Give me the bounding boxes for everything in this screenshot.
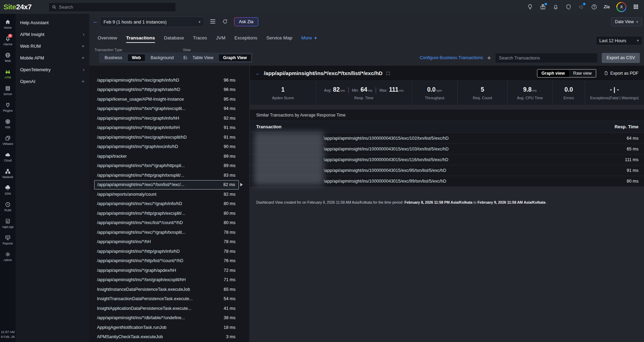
view-table[interactable]: Table View (188, 54, 218, 62)
rail-item-sdn[interactable]: SDN (0, 182, 16, 198)
transaction-row[interactable]: /app/api/apminsight/ins/*/graph/excinfo/… (94, 142, 239, 152)
rail-item-server[interactable]: Server (0, 82, 16, 99)
avatar[interactable] (616, 2, 626, 12)
similar-transaction-row[interactable]: \app/api/apminsight/ins/1000000043015/ex… (250, 154, 644, 165)
plus-icon[interactable]: + (82, 78, 84, 84)
help-icon[interactable] (591, 4, 597, 10)
transaction-row[interactable]: InsightTransactionDataPersistenceTask.ex… (94, 294, 239, 304)
zia-icon[interactable]: Zia (604, 4, 610, 9)
tab-jvm[interactable]: JVM (216, 35, 225, 43)
transaction-row[interactable]: /app/api/apminsight/ins/*/exc/*/txn/list… (94, 180, 239, 190)
transaction-row[interactable]: /app/api/apminsight/ins/*/db/table/*/und… (94, 313, 239, 323)
transaction-row[interactable]: /app/api/apminsight/ins/*/exc/graph/info… (94, 113, 239, 123)
sidebar-item-openai[interactable]: OpenAI+ (16, 75, 89, 87)
shield-icon[interactable] (565, 4, 572, 10)
rail-item-home[interactable]: Home (0, 16, 16, 33)
rail-item-vmware[interactable]: VMware (0, 132, 16, 149)
ask-zia-button[interactable]: Ask Zia (234, 17, 258, 26)
stat-apdex-score: 1 Apdex Score (250, 81, 316, 105)
rail-item-plugins[interactable]: Plugins (0, 99, 16, 115)
tab-transactions[interactable]: Transactions (126, 35, 155, 43)
bulb-icon[interactable] (527, 4, 533, 10)
global-search-input[interactable] (59, 4, 176, 10)
similar-transaction-row[interactable]: \app/api/apminsight/ins/1000000043015/ex… (250, 176, 644, 186)
export-csv-button[interactable]: Export as CSV (602, 53, 640, 63)
site24x7-logo[interactable]: Site24x7 (3, 3, 32, 11)
transaction-row[interactable]: /app/api/apminsight/ins/*/txn/*/graph/ex… (94, 104, 239, 114)
tab-overview[interactable]: Overview (98, 35, 117, 43)
transaction-row[interactable]: /app/api/apminsight/ins/*/txn/graph/excs… (94, 275, 239, 285)
monitor-scope-select[interactable]: Feb 9 (1 hosts and 1 instances) ▾ (100, 17, 204, 27)
rail-item-reports[interactable]: Reports (0, 232, 16, 248)
gift-icon[interactable] (540, 4, 546, 10)
refresh-icon[interactable] (222, 19, 228, 24)
configure-business-transactions-link[interactable]: Configure Business Transactions (420, 55, 483, 60)
transaction-row[interactable]: /app/api/apminsight/ins/*/txn/*/graph/ht… (94, 161, 239, 171)
transaction-row[interactable]: /app/api/apminsight/ins/*/exc/graph/info… (94, 75, 239, 85)
sidebar-item-apm-insight[interactable]: APM Insight› (16, 28, 89, 40)
plus-icon[interactable]: + (82, 43, 84, 49)
transaction-row[interactable]: /app/api/apminsight/ins/*/http/graph/inf… (94, 123, 239, 133)
raw-view-toggle[interactable]: Raw view (569, 70, 596, 77)
rail-item-applogs[interactable]: AppLogs (0, 215, 16, 232)
global-search[interactable] (48, 2, 176, 12)
transaction-row[interactable]: /app/api/tracker 89 ms (94, 151, 239, 161)
rail-item-admin[interactable]: Admin (0, 248, 16, 265)
sidebar-item-opentelemetry[interactable]: OpenTelemetry› (16, 64, 89, 75)
transaction-row[interactable]: /app/api/reports/anomaly/count 82 ms (94, 190, 239, 199)
plus-icon[interactable]: + (82, 55, 84, 61)
tab-service-map[interactable]: Service Map (266, 35, 292, 43)
transaction-row[interactable]: APMSanityCheckTask.executeJob 3 ms (94, 332, 239, 342)
bell-icon[interactable] (553, 4, 559, 10)
date-view-button[interactable]: Date View▾ (611, 17, 642, 26)
transaction-row[interactable]: /app/api/apminsight/ins/*/http/graph/exc… (94, 209, 239, 218)
sidebar-item-mobile-apm[interactable]: Mobile APM+ (16, 52, 89, 64)
back-arrow-icon[interactable]: ← (93, 18, 98, 25)
rail-item-web[interactable]: Web (0, 49, 16, 66)
transaction-search-input[interactable] (495, 53, 598, 63)
menu-icon[interactable] (210, 19, 216, 24)
detail-back-arrow-icon[interactable]: ← (256, 70, 261, 76)
transaction-row[interactable]: InsightInstanceDataPersistenceTask.execu… (94, 285, 239, 294)
tab-traces[interactable]: Traces (193, 35, 207, 43)
type-web[interactable]: Web (127, 54, 145, 62)
transaction-row[interactable]: /app/api/license_usage/APM-Insight-Insta… (94, 94, 239, 104)
time-range-select[interactable]: Last 12 Hours▾ (596, 36, 642, 45)
transaction-row[interactable]: /app/api/apminsight/ins/*/http/graph/inf… (94, 247, 239, 256)
similar-transaction-row[interactable]: \app/api/apminsight/ins/1000000043015/ex… (250, 144, 644, 154)
rail-item-k8s[interactable]: K8s (0, 115, 16, 132)
tab-exceptions[interactable]: Exceptions (234, 35, 257, 43)
rail-item-apm[interactable]: APM (0, 66, 16, 82)
transaction-row[interactable]: /app/api/apminsight/ins/*/exc/*/graph/tx… (94, 228, 239, 237)
add-business-transaction-icon[interactable]: + (487, 55, 491, 61)
transaction-row[interactable]: /app/api/apminsight/ins/*/http/graph/rat… (94, 85, 239, 95)
similar-transaction-row[interactable]: \app/api/apminsight/ins/1000000043015/ex… (250, 133, 644, 144)
apps-grid-icon[interactable] (633, 4, 639, 10)
applogs-icon (5, 218, 11, 224)
rail-item-alarms[interactable]: 6Alarms (0, 33, 16, 49)
transaction-row[interactable]: /app/api/apminsight/ins/*/exc/*/graph/in… (94, 199, 239, 209)
sidebar-item-web-rum[interactable]: Web RUM+ (16, 40, 89, 52)
expand-icon[interactable] (386, 71, 390, 75)
rail-item-network[interactable]: Network (0, 165, 16, 182)
type-business[interactable]: Business (100, 54, 127, 62)
sidebar-item-help-assistant[interactable]: Help Assistant (16, 17, 89, 28)
transaction-row[interactable]: ApplogAgentNotificationTask.runJob 18 ms (94, 323, 239, 332)
transaction-row[interactable]: /app/api/apminsight/ins/*/hH 78 ms (94, 237, 239, 247)
tab-more[interactable]: More▼ (301, 35, 317, 43)
rail-item-rum[interactable]: RUM (0, 198, 16, 215)
transaction-row[interactable]: /app/api/apminsight/ins/*/exc/graph/excs… (94, 132, 239, 142)
transaction-row[interactable]: /app/api/apminsight/ins/*/http/graph/txn… (94, 170, 239, 180)
tab-database[interactable]: Database (164, 35, 184, 43)
transaction-row[interactable]: /app/api/apminsight/ins/*/exc/list/*/cou… (94, 218, 239, 228)
transaction-row[interactable]: /app/api/apminsight/ins/*/graph/apdex/hH… (94, 266, 239, 275)
transaction-row[interactable]: /app/api/apminsight/ins/*/http/list/*/co… (94, 256, 239, 266)
export-pdf-button[interactable]: Export as PDF (604, 71, 638, 76)
rail-item-cloud[interactable]: Cloud (0, 149, 16, 165)
similar-transaction-row[interactable]: \app/api/apminsight/ins/1000000043015/ex… (250, 165, 644, 176)
megaphone-icon[interactable] (578, 4, 584, 10)
transaction-row[interactable]: InsightApplicationDataPersistenceTask.ex… (94, 304, 239, 313)
view-graph[interactable]: Graph View (218, 54, 251, 62)
graph-view-toggle[interactable]: Graph view (537, 70, 569, 77)
type-background[interactable]: Background (146, 54, 178, 62)
